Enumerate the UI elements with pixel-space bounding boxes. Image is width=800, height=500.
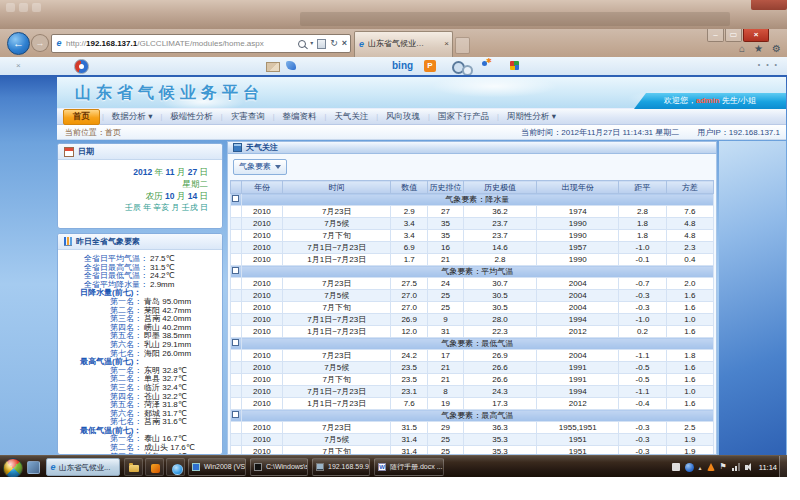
taskbar-window-cmd[interactable]: C:\Windows\s... (250, 458, 308, 476)
nav-item-2[interactable]: 极端性分析 (162, 111, 221, 123)
nav-item-8[interactable]: 周期性分析 ▾ (499, 111, 564, 123)
table-row[interactable]: 20107月1日~7月23日6.91614.61957-1.02.3 (231, 242, 714, 254)
browser-back-button[interactable]: ← (7, 32, 30, 55)
show-desktop-button[interactable] (779, 456, 787, 477)
taskbar-explorer-button[interactable] (124, 458, 143, 476)
browser-forward-button[interactable]: → (31, 34, 49, 52)
cmd-icon (254, 463, 262, 471)
toolbar-close-icon[interactable]: × (16, 61, 21, 70)
table-row[interactable]: 20107月1日~7月23日26.9928.01994-1.01.0 (231, 314, 714, 326)
home-icon[interactable]: ⌂ (739, 43, 745, 55)
group-checkbox-cell[interactable] (231, 410, 242, 422)
taskbar-ie-button[interactable]: e山东省气候业... (46, 458, 120, 476)
tray-expand-icon[interactable]: ▴ (699, 464, 702, 471)
taskbar-window-vs[interactable]: Win2008 (VS2... (188, 458, 246, 476)
taskbar-app-button[interactable] (145, 458, 164, 476)
table-row[interactable]: 20107月下旬31.42535.31951-0.31.9 (231, 446, 714, 455)
window-close-button[interactable]: × (743, 29, 769, 42)
pinyin-badge[interactable]: P (424, 60, 436, 72)
network-signal-icon[interactable] (732, 463, 740, 471)
group-checkbox-cell[interactable] (231, 194, 242, 206)
checkbox-icon[interactable] (232, 411, 239, 418)
table-row[interactable]: 20107月下旬27.02530.52004-0.31.6 (231, 302, 714, 314)
nav-item-3[interactable]: 灾害查询 (223, 111, 273, 123)
table-cell: 2010 (241, 374, 283, 386)
address-bar[interactable]: ehttp://192.168.137.1/GLCCLIMATE/modules… (51, 34, 351, 53)
taskbar-window-word[interactable]: W随行手册.docx ... (374, 458, 444, 476)
nav-item-1[interactable]: 数据分析 ▾ (104, 111, 161, 123)
start-button[interactable] (3, 458, 23, 477)
nav-item-4[interactable]: 整编资料 (274, 111, 324, 123)
browser-tab[interactable]: e山东省气候业务平... × (354, 31, 453, 58)
volume-icon[interactable] (745, 465, 748, 470)
element-filter-label: 气象要素 (239, 162, 271, 171)
table-row[interactable]: 20101月1日~7月23日1.7212.81990-0.10.4 (231, 254, 714, 266)
table-cell: 19 (428, 398, 464, 410)
table-row[interactable]: 20101月1日~7月23日7.61917.32012-0.41.6 (231, 398, 714, 410)
nav-item-5[interactable]: 天气关注 (326, 111, 376, 123)
checkbox-icon[interactable] (232, 339, 239, 346)
background-window-close-button[interactable] (751, 0, 787, 10)
taskbar-media-button[interactable] (166, 458, 185, 476)
stats-panel-header: 昨日全省气象要素 (58, 234, 222, 250)
sparkle-icon[interactable] (482, 61, 487, 66)
bing-logo[interactable]: bing (392, 60, 413, 71)
table-row[interactable]: 20107月23日24.21726.92004-1.11.8 (231, 350, 714, 362)
addon-icon[interactable] (286, 61, 296, 70)
search-dropdown-icon[interactable]: ▾ (310, 35, 313, 52)
binoculars-icon[interactable] (452, 61, 465, 74)
tray-network-globe-icon[interactable] (685, 463, 694, 472)
table-cell: 24.2 (391, 350, 428, 362)
addon-logo-icon[interactable] (74, 59, 89, 74)
row-spacer-cell (231, 362, 242, 374)
table-row[interactable]: 20107月5候23.52126.61991-0.51.6 (231, 362, 714, 374)
favorites-star-icon[interactable]: ★ (754, 43, 763, 55)
new-tab-button[interactable] (455, 37, 470, 54)
table-row[interactable]: 20107月下旬3.43523.719901.84.8 (231, 230, 714, 242)
stop-icon[interactable]: × (342, 35, 347, 52)
tray-flame-icon[interactable] (707, 463, 715, 471)
table-group-row[interactable]: 气象要素：平均气温 (231, 266, 714, 278)
tab-close-icon[interactable]: × (444, 32, 449, 56)
refresh-icon[interactable]: ↻ (330, 35, 338, 52)
element-filter-button[interactable]: 气象要素 (233, 159, 287, 175)
settings-gear-icon[interactable]: ⚙ (772, 43, 781, 55)
quick-launch-icon[interactable] (27, 461, 40, 474)
window-minimize-button[interactable]: – (707, 29, 724, 42)
table-cell: 4.8 (666, 230, 713, 242)
table-group-row[interactable]: 气象要素：最低气温 (231, 338, 714, 350)
table-row[interactable]: 20107月5候27.02530.52004-0.31.6 (231, 290, 714, 302)
nav-item-7[interactable]: 国家下行产品 (430, 111, 497, 123)
table-cell: 1974 (537, 206, 619, 218)
table-row[interactable]: 20107月1日~7月23日23.1824.31994-1.11.0 (231, 386, 714, 398)
action-center-flag-icon[interactable]: ⚑ (720, 463, 727, 471)
group-checkbox-cell[interactable] (231, 338, 242, 350)
breadcrumb-value[interactable]: 首页 (105, 128, 121, 137)
table-row[interactable]: 20107月23日27.52430.72004-0.72.0 (231, 278, 714, 290)
table-row[interactable]: 20107月23日2.92736.219742.87.6 (231, 206, 714, 218)
gregorian-date: 2012 年 11 月 27 日 (58, 166, 208, 178)
table-group-row[interactable]: 气象要素：最高气温 (231, 410, 714, 422)
table-row[interactable]: 20107月下旬23.52126.61991-0.51.6 (231, 374, 714, 386)
table-row[interactable]: 20107月23日31.52936.31955,1951-0.32.5 (231, 422, 714, 434)
nav-item-0[interactable]: 首页 (63, 109, 100, 125)
table-cell: 29 (428, 422, 464, 434)
apps-grid-icon[interactable] (510, 61, 519, 70)
table-row[interactable]: 20107月5候3.43523.719901.84.8 (231, 218, 714, 230)
table-cell: -1.0 (619, 314, 666, 326)
search-icon[interactable] (298, 40, 306, 48)
tray-language-icon[interactable] (672, 463, 680, 471)
checkbox-icon[interactable] (232, 195, 239, 202)
group-checkbox-cell[interactable] (231, 266, 242, 278)
table-row[interactable]: 20101月1日~7月23日12.03122.320120.21.6 (231, 326, 714, 338)
taskbar-window-rdp[interactable]: 192.168.59.99... (312, 458, 370, 476)
mail-icon[interactable] (266, 62, 280, 72)
toolbar-overflow-dots[interactable]: • • • (758, 61, 779, 68)
nav-item-6[interactable]: 风向玫瑰 (378, 111, 428, 123)
checkbox-icon[interactable] (232, 267, 239, 274)
compatibility-view-icon[interactable] (317, 39, 326, 49)
table-row[interactable]: 20107月5候31.42535.31951-0.31.9 (231, 434, 714, 446)
taskbar-clock[interactable]: 11:14 (759, 463, 777, 472)
table-group-row[interactable]: 气象要素：降水量 (231, 194, 714, 206)
window-maximize-button[interactable]: ▭ (725, 29, 742, 42)
